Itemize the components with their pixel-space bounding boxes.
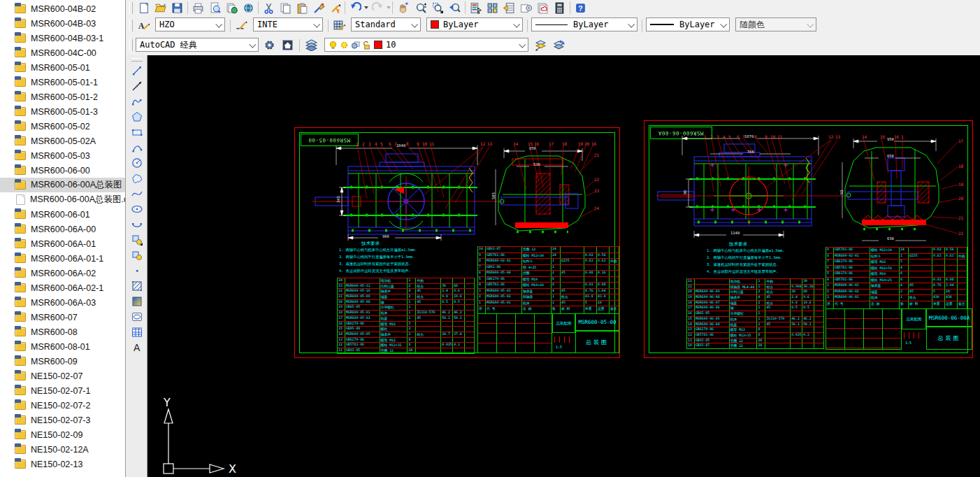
markup-set-manager-button[interactable] <box>535 1 550 15</box>
line-tool[interactable] <box>129 63 145 78</box>
circle-tool[interactable] <box>129 155 145 171</box>
redo-button[interactable] <box>370 1 385 15</box>
undo-button[interactable] <box>347 1 363 15</box>
new-button[interactable] <box>136 1 151 15</box>
file-list-item[interactable]: NE150-02-07-2 <box>0 398 125 413</box>
plot-preview-button[interactable] <box>207 1 222 15</box>
revision-cloud-tool[interactable] <box>129 171 145 186</box>
file-list-item[interactable]: MSR600-05-02A <box>0 134 125 148</box>
file-list-item[interactable]: MSR600-04B-03-1 <box>0 31 125 45</box>
ellipse-arc-tool[interactable] <box>129 217 145 232</box>
properties-button[interactable] <box>468 1 483 15</box>
file-list-item[interactable]: NE150-02-07-3 <box>0 413 125 427</box>
quickcalc-button[interactable] <box>552 1 567 15</box>
redo-dropdown[interactable] <box>387 6 391 9</box>
file-list-item[interactable]: NE150-02-07-1 <box>0 383 125 398</box>
file-list-item[interactable]: MSR600-06-00A总装图 <box>0 178 125 192</box>
construction-line-tool[interactable] <box>129 78 145 94</box>
help-button[interactable]: ? <box>572 1 588 15</box>
point-tool[interactable] <box>129 263 145 278</box>
toolbar-grip[interactable] <box>129 2 133 14</box>
file-list-item[interactable]: MSR600-06A-03 <box>0 295 125 310</box>
table-style-select[interactable]: Standard <box>351 17 421 31</box>
file-list-item[interactable]: NE150-02-07 <box>0 369 125 383</box>
copy-button[interactable] <box>278 1 293 15</box>
table-tool[interactable] <box>129 325 145 340</box>
text-style-button[interactable]: A <box>136 18 151 33</box>
undo-dropdown[interactable] <box>364 6 368 9</box>
make-object-layer-current-button[interactable] <box>533 38 548 52</box>
file-list-item[interactable]: MSR600-06A-01-1 <box>0 251 125 266</box>
file-list-item[interactable]: MSR600-06-00A总装图.dw <box>0 192 125 207</box>
file-list-item[interactable]: MSR600-05-03 <box>0 148 125 163</box>
workspace-settings-button[interactable] <box>261 38 277 52</box>
zoom-realtime-button[interactable] <box>413 1 428 15</box>
my-workspace-button[interactable] <box>280 38 295 52</box>
paste-button[interactable] <box>294 1 310 15</box>
file-list-item[interactable]: NE150-02-09 <box>0 427 125 442</box>
hatch-tool[interactable] <box>129 278 145 294</box>
sheet-set-manager-button[interactable] <box>518 1 533 15</box>
spline-tool[interactable] <box>129 186 145 201</box>
match-properties-button[interactable] <box>311 1 326 15</box>
plot-button[interactable] <box>190 1 206 15</box>
cut-button[interactable] <box>261 1 276 15</box>
layer-control-select[interactable]: 10 <box>324 38 528 52</box>
publish-button[interactable] <box>224 1 239 15</box>
file-list-item[interactable]: MSR600-06A-02-1 <box>0 280 125 295</box>
file-list-item[interactable]: MSR600-08 <box>0 325 125 339</box>
file-list-item[interactable]: MSR600-05-01 <box>0 60 125 75</box>
toolbar-grip[interactable] <box>129 20 133 31</box>
file-list-item[interactable]: MSR600-05-01-2 <box>0 90 125 104</box>
block-editor-button[interactable] <box>328 1 343 15</box>
arc-tool[interactable] <box>129 140 145 155</box>
file-list-item[interactable]: MSR600-04B-02 <box>0 1 125 16</box>
region-tool[interactable] <box>129 309 145 325</box>
workspace-select[interactable]: AutoCAD 经典 <box>136 38 259 52</box>
toolbar-grip[interactable] <box>129 39 133 51</box>
file-list-item[interactable]: MSR600-07 <box>0 310 125 325</box>
tool-palettes-button[interactable] <box>501 1 517 15</box>
model-space-canvas[interactable]: MSR600-05-00 技术要求 1. 两轴中心线与机体中心线允许偏差≤1.5… <box>147 55 980 477</box>
zoom-window-button[interactable] <box>430 1 445 15</box>
dim-style-select[interactable]: INTE <box>253 17 323 31</box>
insert-block-tool[interactable] <box>129 232 145 248</box>
ellipse-tool[interactable] <box>129 201 145 217</box>
file-list-item[interactable]: MSR600-08-01 <box>0 339 125 354</box>
lineweight-control-select[interactable]: ByLayer <box>646 17 730 31</box>
open-button[interactable] <box>152 1 168 15</box>
dim-style-button[interactable] <box>233 18 249 33</box>
gradient-tool[interactable] <box>129 294 145 309</box>
file-list-item[interactable]: MSR600-06A-01 <box>0 236 125 251</box>
layer-properties-button[interactable] <box>303 38 319 52</box>
file-list-item[interactable]: MSR600-05-01-3 <box>0 104 125 119</box>
table-style-button[interactable] <box>331 18 347 33</box>
file-list-item[interactable]: MSR600-06-01 <box>0 207 125 222</box>
file-list-item[interactable]: MSR600-06A-02 <box>0 266 125 280</box>
3ddwf-button[interactable] <box>240 1 256 15</box>
toolbar-grip[interactable] <box>131 58 143 62</box>
save-button[interactable] <box>169 1 185 15</box>
designcenter-button[interactable] <box>484 1 500 15</box>
color-control-select[interactable]: ByLayer <box>426 17 523 31</box>
make-block-tool[interactable] <box>129 248 145 263</box>
linetype-control-select[interactable]: ByLayer <box>531 17 637 31</box>
file-list-item[interactable]: MSR600-04B-03 <box>0 16 125 31</box>
file-list-item[interactable]: NE150-02-12A <box>0 442 125 457</box>
layer-previous-button[interactable] <box>551 38 566 52</box>
file-list-item[interactable]: MSR600-05-02 <box>0 119 125 134</box>
rectangle-tool[interactable] <box>129 124 145 140</box>
polyline-tool[interactable] <box>129 94 145 109</box>
text-style-select[interactable]: HZO <box>155 17 225 31</box>
zoom-previous-button[interactable] <box>447 1 462 15</box>
file-list-item[interactable]: MSR600-05-01-1 <box>0 75 125 90</box>
bom-row: 10GB93-87垫圈 1224 <box>687 343 823 348</box>
file-list-item[interactable]: MSR600-06A-00 <box>0 222 125 236</box>
polygon-tool[interactable] <box>129 109 145 124</box>
file-list-item[interactable]: NE150-02-13 <box>0 457 125 471</box>
file-list-item[interactable]: MSR600-06-00 <box>0 163 125 178</box>
multiline-text-tool[interactable]: A <box>129 340 145 355</box>
file-list-item[interactable]: MSR600-09 <box>0 354 125 369</box>
file-list-item[interactable]: MSR600-04C-00 <box>0 45 125 60</box>
pan-button[interactable] <box>395 1 410 15</box>
